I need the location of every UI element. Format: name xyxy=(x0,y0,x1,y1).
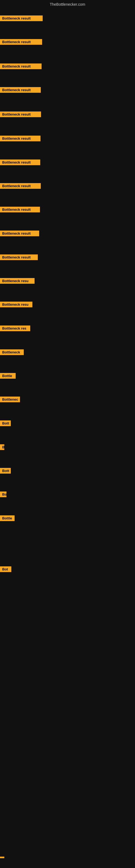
badge-text-12: Bottleneck resu xyxy=(0,278,35,284)
badge-text-8: Bottleneck result xyxy=(0,183,41,189)
bottleneck-badge-2: Bottleneck result xyxy=(0,39,42,46)
badge-text-21: Bo xyxy=(0,492,6,497)
badge-text-2: Bottleneck result xyxy=(0,39,42,45)
badge-text-16: Bottle xyxy=(0,373,16,379)
badge-text-4: Bottleneck result xyxy=(0,87,41,93)
bottleneck-badge-12: Bottleneck resu xyxy=(0,278,35,285)
bottleneck-badge-4: Bottleneck result xyxy=(0,87,41,94)
bottleneck-badge-20: Bott xyxy=(0,468,11,475)
bottleneck-badge-3: Bottleneck result xyxy=(0,63,42,70)
badge-text-3: Bottleneck result xyxy=(0,63,42,69)
badge-text-22: Bottle xyxy=(0,516,14,521)
badge-text-18: Bott xyxy=(0,421,11,426)
badge-text-15: Bottleneck xyxy=(0,349,24,355)
badge-text-20: Bott xyxy=(0,468,11,474)
badge-text-10: Bottleneck result xyxy=(0,230,39,236)
bottleneck-badge-18: Bott xyxy=(0,421,11,427)
bottleneck-badge-7: Bottleneck result xyxy=(0,159,40,166)
badge-text-11: Bottleneck result xyxy=(0,254,38,260)
badge-text-9: Bottleneck result xyxy=(0,207,40,212)
bottleneck-badge-5: Bottleneck result xyxy=(0,112,41,118)
bottleneck-badge-16: Bottle xyxy=(0,373,16,380)
badge-text-5: Bottleneck result xyxy=(0,112,41,117)
bottleneck-badge-21: Bo xyxy=(0,492,6,498)
badge-text-13: Bottleneck resu xyxy=(0,302,32,307)
badge-text-17: Bottlenec xyxy=(0,397,20,402)
bottleneck-badge-8: Bottleneck result xyxy=(0,183,41,190)
badge-text-1: Bottleneck result xyxy=(0,16,43,21)
badge-text-23: Bot xyxy=(0,566,11,572)
bottleneck-badge-15: Bottleneck xyxy=(0,349,24,356)
badge-text-6: Bottleneck result xyxy=(0,135,41,141)
bottleneck-badge-19: B xyxy=(0,444,4,451)
badge-text-7: Bottleneck result xyxy=(0,159,40,165)
bottleneck-badge-1: Bottleneck result xyxy=(0,16,43,22)
bottleneck-badge-11: Bottleneck result xyxy=(0,254,38,261)
small-marker-bottom xyxy=(0,855,4,859)
bottleneck-badge-14: Bottleneck res xyxy=(0,326,30,332)
bottleneck-badge-17: Bottlenec xyxy=(0,397,20,403)
bottleneck-badge-10: Bottleneck result xyxy=(0,230,39,237)
bottleneck-badge-23: Bot xyxy=(0,566,11,573)
bottleneck-badge-6: Bottleneck result xyxy=(0,135,41,143)
bottleneck-badge-22: Bottle xyxy=(0,516,14,522)
badge-text-19: B xyxy=(0,444,4,450)
bottleneck-badge-9: Bottleneck result xyxy=(0,207,40,214)
bottleneck-badge-13: Bottleneck resu xyxy=(0,302,32,308)
site-title: TheBottlenecker.com xyxy=(0,0,135,9)
badge-text-14: Bottleneck res xyxy=(0,326,30,331)
